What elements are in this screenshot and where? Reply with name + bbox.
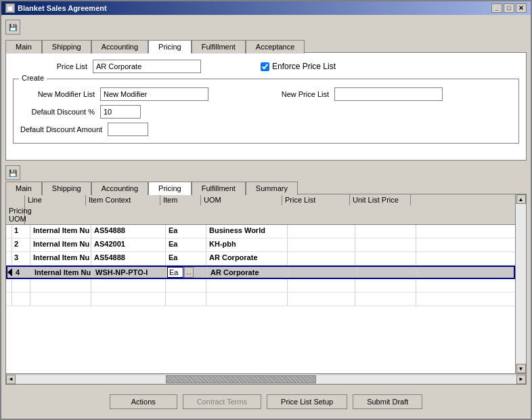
- tab-lower-summary[interactable]: Summary: [246, 182, 298, 195]
- row-active-indicator: [7, 267, 13, 278]
- col-unit-list-price: Unit List Price: [350, 194, 411, 205]
- scroll-down-button[interactable]: ▼: [516, 364, 526, 373]
- row-price-list: [206, 279, 288, 292]
- table-header: Line Item Context Item UOM Price List Un…: [6, 194, 515, 225]
- close-button[interactable]: ✕: [516, 3, 527, 13]
- row-line: [12, 279, 30, 292]
- col-line: Line: [25, 194, 86, 205]
- tab-upper-fulfillment[interactable]: Fulfillment: [192, 40, 246, 54]
- table-row[interactable]: 2 Internal Item Nu AS42001 Ea KH-pbh: [6, 238, 515, 252]
- lower-toolbar: 💾: [5, 165, 527, 181]
- vertical-scrollbar[interactable]: ▲ ▼: [515, 194, 526, 373]
- tab-upper-shipping[interactable]: Shipping: [42, 40, 91, 54]
- table-area: Line Item Context Item UOM Price List Un…: [6, 194, 526, 373]
- scroll-right-button[interactable]: ►: [516, 375, 526, 384]
- upper-tabs-row: Main Shipping Accounting Pricing Fulfill…: [5, 39, 527, 53]
- row-unit-list-price: [288, 238, 355, 251]
- window-content: 💾 Main Shipping Accounting Pricing Fulfi…: [1, 15, 531, 419]
- new-price-list-input[interactable]: [334, 87, 443, 101]
- tab-lower-fulfillment[interactable]: Fulfillment: [192, 182, 246, 195]
- lower-tab-content: Line Item Context Item UOM Price List Un…: [5, 194, 527, 385]
- row-unit-list-price: [288, 252, 355, 265]
- horizontal-scrollbar[interactable]: ◄ ►: [6, 373, 526, 384]
- row-price-list: AR Corporate: [208, 267, 289, 278]
- price-list-setup-button[interactable]: Price List Setup: [267, 394, 347, 409]
- minimize-button[interactable]: _: [491, 3, 502, 13]
- row-uom: Ea: [166, 225, 206, 238]
- main-window: ▣ Blanket Sales Agreement _ □ ✕ 💾 Main S…: [0, 0, 532, 420]
- row-unit-list-price: [288, 293, 355, 306]
- title-bar: ▣ Blanket Sales Agreement _ □ ✕: [1, 1, 531, 15]
- tab-upper-pricing[interactable]: Pricing: [148, 40, 192, 54]
- new-modifier-input[interactable]: [100, 87, 208, 101]
- row-line: 2: [12, 238, 30, 251]
- table-main: Line Item Context Item UOM Price List Un…: [6, 194, 515, 373]
- modifier-row: New Modifier List New Price List: [20, 87, 512, 101]
- discount-pct-input[interactable]: [100, 105, 141, 119]
- create-legend: Create: [19, 74, 47, 82]
- row-price-list: Business World: [206, 225, 288, 238]
- row-item: [91, 279, 166, 292]
- col-item: Item: [160, 194, 201, 205]
- price-list-input[interactable]: [93, 60, 201, 73]
- maximize-button[interactable]: □: [504, 3, 514, 13]
- window-title: Blanket Sales Agreement: [18, 4, 107, 12]
- tab-upper-accounting[interactable]: Accounting: [91, 40, 148, 54]
- row-uom: Ea: [166, 238, 206, 251]
- tab-lower-shipping[interactable]: Shipping: [42, 182, 91, 195]
- row-line: 1: [12, 225, 30, 238]
- tab-upper-acceptance[interactable]: Acceptance: [246, 40, 305, 54]
- uom-cell-input[interactable]: [167, 267, 183, 278]
- create-group: Create New Modifier List New Price List …: [13, 79, 519, 144]
- upper-panel: Main Shipping Accounting Pricing Fulfill…: [5, 39, 527, 161]
- lower-save-icon[interactable]: 💾: [5, 165, 20, 180]
- uom-ellipsis-button[interactable]: ...: [184, 267, 194, 278]
- upper-save-icon[interactable]: 💾: [5, 20, 20, 35]
- table-row[interactable]: 1 Internal Item Nu AS54888 Ea Business W…: [6, 225, 515, 238]
- enforce-label: Enforce Price List: [272, 62, 336, 71]
- table-row[interactable]: 4 Internal Item Nu WSH-NP-PTO-I ... AR: [6, 266, 515, 279]
- col-uom: UOM: [201, 194, 282, 205]
- enforce-checkbox[interactable]: [261, 62, 269, 71]
- submit-draft-button[interactable]: Submit Draft: [353, 394, 422, 409]
- tab-upper-main[interactable]: Main: [5, 40, 42, 54]
- table-body: 1 Internal Item Nu AS54888 Ea Business W…: [6, 225, 515, 306]
- row-uom: [166, 293, 206, 306]
- row-item: AS42001: [91, 238, 166, 251]
- lower-panel: 💾 Main Shipping Accounting Pricing Fulfi…: [5, 165, 527, 385]
- row-line: [12, 293, 30, 306]
- contract-terms-button[interactable]: Contract Terms: [183, 394, 261, 409]
- row-item: WSH-NP-PTO-I: [93, 267, 167, 278]
- title-bar-left: ▣ Blanket Sales Agreement: [5, 3, 107, 13]
- actions-button[interactable]: Actions: [110, 394, 177, 409]
- lower-tabs-row: Main Shipping Accounting Pricing Fulfill…: [5, 181, 527, 194]
- scroll-left-button[interactable]: ◄: [6, 375, 16, 384]
- row-pricing-uom: [355, 293, 416, 306]
- price-list-label: Price List: [13, 62, 87, 70]
- discount-amt-label: Default Discount Amount: [20, 125, 102, 133]
- new-price-list-label: New Price List: [254, 90, 329, 98]
- scroll-up-button[interactable]: ▲: [516, 194, 526, 204]
- row-line: 3: [12, 252, 30, 265]
- row-price-list: KH-pbh: [206, 238, 288, 251]
- row-line: 4: [13, 267, 32, 278]
- title-bar-controls: _ □ ✕: [491, 3, 527, 13]
- row-unit-list-price: [288, 225, 355, 238]
- row-price-list: [206, 293, 288, 306]
- row-item: AS54888: [91, 225, 166, 238]
- bottom-buttons: Actions Contract Terms Price List Setup …: [5, 389, 527, 415]
- discount-amt-row: Default Discount Amount: [20, 123, 512, 136]
- row-item-context: Internal Item Nu: [32, 267, 93, 278]
- tab-lower-pricing[interactable]: Pricing: [148, 182, 192, 195]
- row-item-context: Internal Item Nu: [30, 225, 91, 238]
- tab-lower-main[interactable]: Main: [5, 182, 42, 195]
- table-row[interactable]: [6, 293, 515, 306]
- tab-lower-accounting[interactable]: Accounting: [91, 182, 148, 195]
- table-row[interactable]: 3 Internal Item Nu AS54888 Ea AR Corpora…: [6, 252, 515, 266]
- row-item-context: Internal Item Nu: [30, 238, 91, 251]
- row-uom: ...: [167, 267, 208, 278]
- create-inner: New Modifier List New Price List Default…: [20, 87, 512, 136]
- table-row[interactable]: [6, 279, 515, 293]
- discount-amt-input[interactable]: [108, 123, 148, 136]
- discount-pct-label: Default Discount %: [20, 108, 95, 116]
